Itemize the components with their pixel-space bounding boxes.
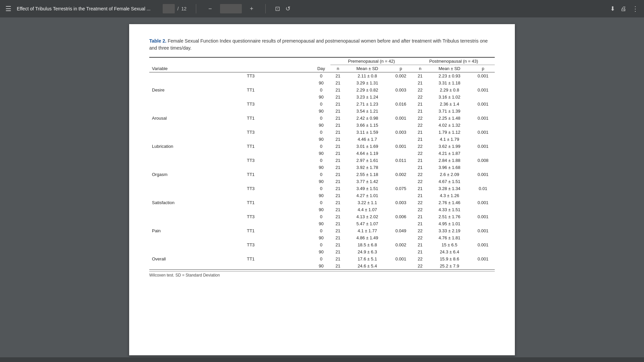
cell-p1: [389, 248, 413, 255]
cell-n2: 22: [413, 178, 428, 185]
table-row: TT30212.11 ± 0.80.002212.23 ± 0.930.001: [149, 72, 495, 80]
divider1: [196, 4, 196, 13]
cell-n1: 21: [330, 262, 345, 270]
cell-treatment: TT1: [190, 199, 312, 206]
cell-day: 90: [312, 178, 330, 185]
bottom-scrollbar[interactable]: [0, 357, 644, 362]
table-row: 902124.9 ± 6.32124.3 ± 6.4: [149, 248, 495, 255]
table-row: 90214.4 ± 1.07224.33 ± 1.51: [149, 206, 495, 213]
cell-n1: 21: [330, 213, 345, 220]
cell-mean2: 4.21 ± 1.87: [428, 150, 471, 157]
cell-mean2: 2.84 ± 1.88: [428, 157, 471, 164]
cell-day: 90: [312, 94, 330, 101]
cell-mean2: 2.76 ± 1.46: [428, 199, 471, 206]
cell-day: 0: [312, 101, 330, 108]
zoom-increase-button[interactable]: +: [247, 4, 256, 14]
cell-p1: 0.001: [389, 255, 413, 262]
cell-n1: 21: [330, 143, 345, 150]
cell-variable: [149, 220, 190, 227]
cell-mean2: 4.1 ± 1.79: [428, 136, 471, 143]
cell-variable: Arousal: [149, 115, 190, 122]
zoom-decrease-button[interactable]: −: [206, 4, 215, 14]
page-separator: /: [177, 6, 179, 11]
cell-day: 0: [312, 72, 330, 80]
cell-mean2: 3.71 ± 1.39: [428, 108, 471, 115]
cell-p2: 0.001: [471, 171, 495, 178]
cell-n2: 22: [413, 255, 428, 262]
p1-subheader: p: [389, 65, 413, 72]
table-row: TT30214.13 ± 2.020.006212.51 ± 1.760.001: [149, 213, 495, 220]
cell-variable: [149, 101, 190, 108]
cell-mean1: 3.11 ± 1.59: [345, 129, 389, 136]
cell-day: 90: [312, 122, 330, 129]
cell-mean2: 15 ± 6.5: [428, 241, 471, 248]
cell-mean1: 3.66 ± 1.15: [345, 122, 389, 129]
cell-n2: 21: [413, 79, 428, 86]
cell-n2: 21: [413, 248, 428, 255]
zoom-input[interactable]: 150%: [220, 4, 242, 13]
cell-treatment: [190, 150, 312, 157]
cell-p2: 0.001: [471, 115, 495, 122]
rotate-icon[interactable]: ↺: [285, 5, 290, 12]
sub-header-row: Variable Day n Mean ± SD p n Mean ± SD p: [149, 65, 495, 72]
cell-variable: [149, 129, 190, 136]
table-row: DesireTT10212.29 ± 0.820.003222.29 ± 0.8…: [149, 86, 495, 94]
cell-p1: 0.049: [389, 227, 413, 234]
cell-n1: 21: [330, 241, 345, 248]
cell-mean2: 2.36 ± 1.4: [428, 101, 471, 108]
cell-p2: [471, 164, 495, 171]
download-icon[interactable]: ⬇: [610, 5, 615, 12]
cell-mean2: 3.62 ± 1.99: [428, 143, 471, 150]
cell-p2: [471, 192, 495, 199]
cell-n1: 21: [330, 206, 345, 213]
cell-p1: 0.003: [389, 129, 413, 136]
cell-day: 90: [312, 262, 330, 270]
cell-p1: 0.002: [389, 241, 413, 248]
divider2: [265, 4, 266, 13]
cell-p2: 0.001: [471, 241, 495, 248]
cell-mean1: 2.71 ± 1.23: [345, 101, 389, 108]
cell-mean1: 5.47 ± 1.07: [345, 220, 389, 227]
table-row: LubricationTT10213.01 ± 1.690.001223.62 …: [149, 143, 495, 150]
cell-day: 90: [312, 79, 330, 86]
cell-day: 90: [312, 220, 330, 227]
cell-n1: 21: [330, 94, 345, 101]
cell-variable: [149, 157, 190, 164]
cell-p2: 0.001: [471, 213, 495, 220]
cell-n2: 22: [413, 262, 428, 270]
pdf-page: Table 2. Female Sexual Function Index qu…: [129, 24, 515, 355]
page-input[interactable]: 6: [163, 4, 175, 13]
cell-n2: 21: [413, 108, 428, 115]
cell-p2: [471, 206, 495, 213]
cell-p2: [471, 178, 495, 185]
cell-p2: [471, 234, 495, 241]
print-icon[interactable]: 🖨: [621, 5, 627, 12]
cell-mean1: 3.01 ± 1.69: [345, 143, 389, 150]
cell-treatment: TT3: [190, 129, 312, 136]
table-row: TT30212.97 ± 1.610.011212.84 ± 1.880.008: [149, 157, 495, 164]
more-options-icon[interactable]: ⋮: [632, 5, 639, 13]
cell-variable: [149, 94, 190, 101]
cell-mean2: 2.51 ± 1.76: [428, 213, 471, 220]
cell-p1: 0.075: [389, 185, 413, 192]
cell-treatment: [190, 94, 312, 101]
table-label: Table 2.: [149, 38, 166, 44]
table-footer: Wilcoxen test. SD = Standard Deviation: [149, 271, 495, 278]
fit-page-icon[interactable]: ⊡: [275, 5, 280, 12]
cell-mean2: 15.9 ± 8.6: [428, 255, 471, 262]
cell-mean2: 3.28 ± 1.34: [428, 185, 471, 192]
cell-p1: [389, 122, 413, 129]
cell-n1: 21: [330, 122, 345, 129]
menu-icon[interactable]: ☰: [5, 5, 11, 13]
cell-day: 0: [312, 171, 330, 178]
cell-p2: [471, 150, 495, 157]
cell-n1: 21: [330, 86, 345, 94]
cell-mean1: 2.97 ± 1.61: [345, 157, 389, 164]
cell-day: 0: [312, 227, 330, 234]
cell-n2: 22: [413, 115, 428, 122]
cell-n1: 21: [330, 220, 345, 227]
cell-mean1: 4.27 ± 1.01: [345, 192, 389, 199]
cell-treatment: TT1: [190, 171, 312, 178]
cell-n2: 22: [413, 206, 428, 213]
cell-mean1: 2.42 ± 0.98: [345, 115, 389, 122]
